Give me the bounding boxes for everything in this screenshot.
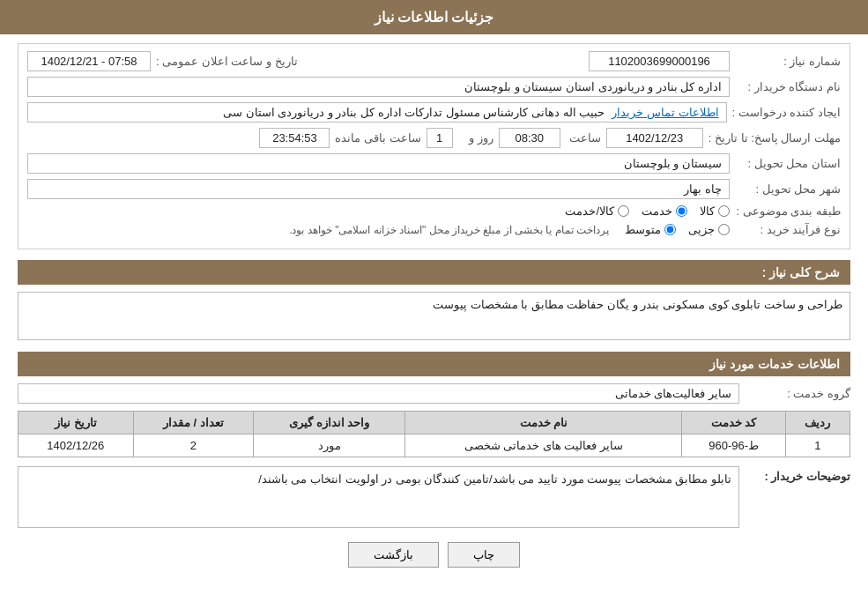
creator-name: حبیب اله دهانی کارشناس مسئول تدارکات ادا… [223, 106, 605, 119]
deadline-remaining-label: ساعت باقی مانده [335, 131, 420, 145]
buyer-org-row: نام دستگاه خریدار : اداره کل بنادر و دری… [27, 77, 841, 97]
need-number-value: 1102003699000196 [589, 51, 730, 71]
info-section: شماره نیاز : 1102003699000196 تاریخ و سا… [18, 43, 850, 249]
page-wrapper: جزئیات اطلاعات نیاز شماره نیاز : 1102003… [0, 0, 868, 609]
category-goods-service-item: کالا/خدمت [565, 204, 629, 218]
category-goods-service-radio[interactable] [618, 205, 629, 217]
category-goods-item: کالا [700, 204, 730, 218]
category-service-radio[interactable] [676, 205, 687, 217]
services-table: ردیف کد خدمت نام خدمت واحد اندازه گیری ت… [18, 411, 850, 457]
th-name: نام خدمت [405, 412, 682, 434]
deadline-days-label: روز و [458, 131, 493, 145]
city-label: شهر محل تحویل : [735, 182, 841, 196]
city-value: چاه بهار [27, 179, 730, 199]
buyer-org-label: نام دستگاه خریدار : [735, 80, 841, 93]
creator-contact-link[interactable]: اطلاعات تماس خریدار [612, 106, 718, 119]
td-name: سایر فعالیت های خدماتی شخصی [405, 434, 682, 457]
payment-note: پرداخت تمام یا بخشی از مبلغ خریداز محل "… [289, 224, 609, 236]
purchase-middle-radio[interactable] [664, 224, 676, 235]
purchase-partial-label: جزیی [688, 223, 715, 236]
services-section-title: اطلاعات خدمات مورد نیاز [18, 352, 850, 376]
buyer-notes-section: توضیحات خریدار : تابلو مطابق مشخصات پیوس… [18, 466, 850, 528]
deadline-remaining: 23:54:53 [259, 128, 330, 148]
public-announce-value: 1402/12/21 - 07:58 [27, 51, 151, 71]
deadline-row: مهلت ارسال پاسخ: تا تاریخ : 1402/12/23 س… [27, 128, 841, 148]
td-code: ط-96-960 [682, 434, 785, 457]
province-value: سیستان و بلوچستان [27, 153, 730, 174]
purchase-partial-item: جزیی [688, 223, 730, 236]
buyer-notes-textarea[interactable]: تابلو مطابق مشخصات پیوست مورد تایید می ب… [18, 466, 739, 528]
category-service-item: خدمت [642, 204, 687, 218]
category-goods-service-label: کالا/خدمت [565, 204, 614, 218]
category-goods-radio[interactable] [718, 205, 730, 217]
table-row: 1 ط-96-960 سایر فعالیت های خدماتی شخصی م… [19, 434, 850, 457]
td-row: 1 [785, 434, 849, 457]
purchase-type-row: نوع فرآیند خرید : جزیی متوسط پرداخت تمام… [27, 223, 841, 236]
purchase-middle-label: متوسط [625, 223, 661, 236]
buyer-org-value: اداره کل بنادر و دریانوردی استان سیستان … [27, 77, 730, 97]
page-header: جزئیات اطلاعات نیاز [0, 0, 868, 34]
deadline-time: 08:30 [499, 128, 560, 148]
deadline-time-label: ساعت [566, 131, 601, 145]
th-code: کد خدمت [682, 412, 785, 434]
service-group-row: گروه خدمت : سایر فعالیت‌های خدماتی [18, 383, 850, 404]
services-section: اطلاعات خدمات مورد نیاز گروه خدمت : سایر… [18, 352, 850, 457]
td-date: 1402/12/26 [19, 434, 134, 457]
city-row: شهر محل تحویل : چاه بهار [27, 179, 841, 199]
creator-value: اطلاعات تماس خریدار حبیب اله دهانی کارشن… [27, 102, 727, 123]
th-row: ردیف [785, 412, 849, 434]
province-label: استان محل تحویل : [735, 157, 841, 170]
need-description-section: شرح کلی نیاز : طراحی و ساخت تابلوی کوی م… [18, 260, 850, 343]
category-label: طبقه بندی موضوعی : [735, 204, 841, 218]
category-service-label: خدمت [642, 204, 672, 218]
deadline-date: 1402/12/23 [606, 128, 703, 148]
table-header-row: ردیف کد خدمت نام خدمت واحد اندازه گیری ت… [19, 412, 850, 434]
print-button[interactable]: چاپ [448, 542, 520, 568]
main-content: شماره نیاز : 1102003699000196 تاریخ و سا… [0, 34, 868, 585]
purchase-type-radio-group: جزیی متوسط [625, 223, 730, 236]
category-radio-group: کالا خدمت کالا/خدمت [565, 204, 730, 218]
province-row: استان محل تحویل : سیستان و بلوچستان [27, 153, 841, 174]
deadline-days: 1 [427, 128, 453, 148]
service-group-value: سایر فعالیت‌های خدماتی [18, 383, 739, 404]
need-number-row: شماره نیاز : 1102003699000196 تاریخ و سا… [27, 51, 841, 71]
page-title: جزئیات اطلاعات نیاز [375, 10, 494, 25]
buyer-notes-label: توضیحات خریدار : [745, 466, 850, 483]
need-number-label: شماره نیاز : [735, 55, 841, 68]
back-button[interactable]: بازگشت [348, 542, 439, 568]
need-description-title: شرح کلی نیاز : [18, 260, 850, 285]
purchase-middle-item: متوسط [625, 223, 676, 236]
action-buttons: چاپ بازگشت [18, 542, 850, 568]
th-unit: واحد اندازه گیری [254, 412, 405, 434]
public-announce-label: تاریخ و ساعت اعلان عمومی : [156, 55, 298, 68]
creator-label: ایجاد کننده درخواست : [732, 106, 841, 119]
purchase-type-label: نوع فرآیند خرید : [735, 223, 841, 236]
th-qty: تعداد / مقدار [133, 412, 254, 434]
td-unit: مورد [254, 434, 405, 457]
service-group-label: گروه خدمت : [745, 387, 850, 400]
purchase-partial-radio[interactable] [718, 224, 730, 235]
category-row: طبقه بندی موضوعی : کالا خدمت کالا/خدمت [27, 204, 841, 218]
need-description-textarea[interactable]: طراحی و ساخت تابلوی کوی مسکونی بندر و یگ… [18, 292, 850, 340]
creator-row: ایجاد کننده درخواست : اطلاعات تماس خریدا… [27, 102, 841, 123]
category-goods-label: کالا [700, 204, 715, 218]
td-qty: 2 [133, 434, 254, 457]
deadline-label: مهلت ارسال پاسخ: تا تاریخ : [708, 131, 841, 145]
th-date: تاریخ نیاز [19, 412, 134, 434]
